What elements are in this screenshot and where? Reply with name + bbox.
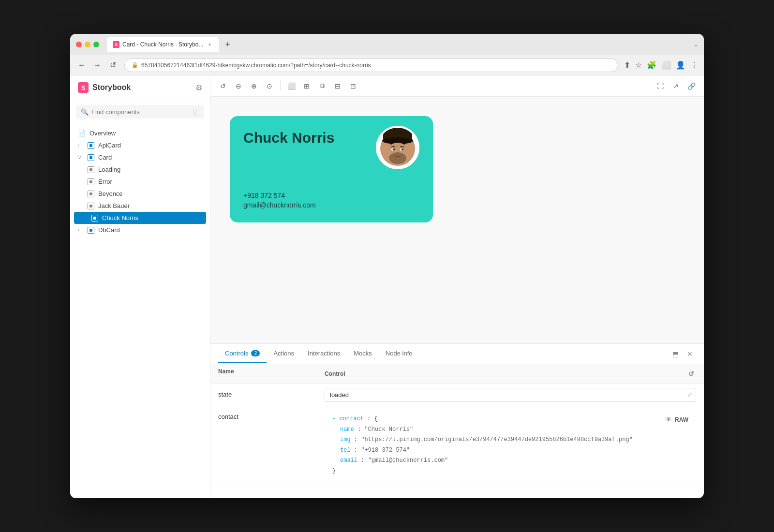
- browser-tab[interactable]: S Card - Chuck Norris · Storybo... ×: [107, 37, 219, 52]
- nav-buttons: ← → ↺: [76, 59, 119, 71]
- copy-button[interactable]: ⧉: [315, 79, 329, 93]
- contact-card: Chuck Norris: [230, 116, 433, 222]
- sidebar-item-apicard[interactable]: › ApiCard: [70, 139, 210, 151]
- sidebar-item-label: Card: [98, 154, 112, 161]
- maximize-button[interactable]: [93, 42, 99, 47]
- forward-button[interactable]: →: [91, 59, 103, 71]
- extensions-icon[interactable]: 🧩: [647, 60, 656, 70]
- layout-icon[interactable]: ⬒: [669, 348, 682, 360]
- table-row-contact: contact 👁 RAW - contact : { na: [210, 406, 704, 485]
- settings-icon[interactable]: ⚙: [195, 83, 202, 92]
- browser-window: S Card - Chuck Norris · Storybo... × + ⌄…: [70, 34, 704, 498]
- card-phone: +918 372 574: [243, 192, 419, 199]
- chevron-down-icon: ∨: [78, 155, 84, 160]
- table-header: Name Control ↺: [210, 364, 704, 384]
- address-bar: ← → ↺ 🔒 6578430567214463f1df4629-htkembg…: [70, 55, 704, 75]
- sidebar-item-label: Beyonce: [98, 190, 123, 197]
- grid-view-button[interactable]: ⊞: [300, 79, 313, 93]
- sidebar-item-loading[interactable]: Loading: [70, 163, 210, 176]
- tab-nodeinfo[interactable]: Node info: [379, 345, 419, 363]
- svg-point-11: [389, 152, 406, 164]
- story-icon: [88, 178, 94, 185]
- sidebar-item-label: Error: [98, 178, 112, 185]
- close-button[interactable]: [76, 42, 82, 47]
- sidebar-item-label: DbCard: [98, 226, 120, 234]
- json-line-img: img : "https://i.pinimg.com/originals/e3…: [332, 435, 688, 445]
- card-top: Chuck Norris: [230, 116, 433, 177]
- copy-link-button[interactable]: 🔗: [685, 79, 698, 93]
- eye-icon[interactable]: 👁: [665, 414, 672, 426]
- refresh-button[interactable]: ↺: [107, 59, 119, 71]
- toolbar-separator: [280, 81, 281, 91]
- sidebar-item-jackbauer[interactable]: Jack Bauer: [70, 200, 210, 212]
- right-panel: ↺ ⊖ ⊕ ⊙ ⬜ ⊞ ⧉ ⊟ ⊡ ⛶ ↗ 🔗: [210, 75, 704, 498]
- tab-bar: S Card - Chuck Norris · Storybo... × +: [107, 37, 690, 52]
- sidebar-title: Storybook: [92, 83, 131, 92]
- share-icon[interactable]: ⬆: [624, 60, 630, 70]
- minimize-button[interactable]: [85, 42, 90, 47]
- card-email: gmail@chucknorris.com: [243, 201, 419, 209]
- search-input[interactable]: [91, 108, 190, 116]
- raw-button[interactable]: RAW: [675, 415, 688, 426]
- zoom-reset-button[interactable]: ⊙: [263, 79, 276, 93]
- close-panel-button[interactable]: ✕: [684, 348, 696, 360]
- card-bottom: +918 372 574 gmail@chucknorris.com: [230, 192, 433, 222]
- new-tab-button[interactable]: +: [221, 38, 234, 51]
- panel-tab-actions: ⬒ ✕: [669, 348, 696, 360]
- main-content: S Storybook ⚙ 🔍 / 📄 Overview ›: [70, 75, 704, 498]
- bookmark-icon[interactable]: ☆: [635, 60, 642, 70]
- tab-label: Actions: [273, 350, 294, 357]
- chevron-right-icon: ›: [78, 143, 84, 148]
- sidebar-item-error[interactable]: Error: [70, 176, 210, 188]
- sidebar-item-beyonce[interactable]: Beyonce: [70, 188, 210, 200]
- tab-controls[interactable]: Controls 2: [218, 345, 267, 363]
- browser-actions: ⬆ ☆ 🧩 ⬜ 👤 ⋮: [624, 60, 698, 70]
- sidebar-item-chucknorris[interactable]: Chuck Norris: [74, 212, 206, 224]
- reading-mode-icon[interactable]: ⬜: [661, 60, 671, 70]
- tab-interactions[interactable]: Interactions: [301, 345, 347, 363]
- search-shortcut: /: [193, 108, 199, 116]
- tab-actions[interactable]: Actions: [267, 345, 301, 363]
- reset-button[interactable]: ↺: [686, 368, 696, 380]
- fullscreen-button[interactable]: ⛶: [654, 79, 667, 93]
- address-text: 6578430567214463f1df4629-htkembgskw.chro…: [141, 62, 371, 69]
- tab-title: Card - Chuck Norris · Storybo...: [122, 41, 203, 48]
- search-box[interactable]: 🔍 /: [76, 105, 204, 118]
- control-name-state: state: [218, 388, 325, 398]
- address-input[interactable]: 🔒 6578430567214463f1df4629-htkembgskw.ch…: [124, 59, 618, 72]
- sidebar-item-card[interactable]: ∨ Card: [70, 151, 210, 163]
- tab-mocks[interactable]: Mocks: [347, 345, 379, 363]
- sidebar-item-dbcard[interactable]: › DbCard: [70, 224, 210, 236]
- sidebar-header: S Storybook ⚙: [70, 75, 210, 100]
- menu-icon[interactable]: ⋮: [690, 60, 698, 70]
- story-icon: [91, 215, 98, 222]
- component-icon: [88, 142, 94, 149]
- tab-label: Node info: [386, 350, 413, 357]
- sidebar-item-overview[interactable]: 📄 Overview: [70, 127, 210, 139]
- json-line-tel: tel : "+918 372 574": [332, 445, 688, 456]
- tab-close-button[interactable]: ×: [206, 41, 213, 48]
- component-icon: [88, 154, 94, 161]
- tab-label: Interactions: [308, 350, 340, 357]
- state-input[interactable]: [325, 388, 696, 402]
- zoom-out-button[interactable]: ⊖: [232, 79, 245, 93]
- title-bar: S Card - Chuck Norris · Storybo... × + ⌄: [70, 34, 704, 55]
- open-new-button[interactable]: ↗: [669, 79, 683, 93]
- sidebar-item-label: Loading: [98, 166, 120, 173]
- sidebar-item-label: Overview: [89, 130, 116, 137]
- zoom-in-button[interactable]: ⊕: [247, 79, 261, 93]
- json-line-email: email : "gmail@chucknorris.com": [332, 456, 688, 466]
- json-close-brace: }: [332, 466, 688, 477]
- storybook-icon: S: [78, 82, 89, 93]
- back-button[interactable]: ←: [76, 59, 88, 71]
- controls-table: Name Control ↺ state ⤢: [210, 364, 704, 498]
- single-frame-button[interactable]: ⬜: [284, 79, 298, 93]
- profile-icon[interactable]: 👤: [676, 60, 685, 70]
- refresh-story-button[interactable]: ↺: [216, 79, 230, 93]
- sidebar-nav: 📄 Overview › ApiCard ∨ Card: [70, 123, 210, 498]
- title-bar-right: ⌄: [694, 42, 698, 48]
- sidebar-item-label: Chuck Norris: [102, 214, 138, 222]
- measure-button[interactable]: ⊟: [331, 79, 344, 93]
- story-toolbar: ↺ ⊖ ⊕ ⊙ ⬜ ⊞ ⧉ ⊟ ⊡ ⛶ ↗ 🔗: [210, 75, 704, 97]
- outline-button[interactable]: ⊡: [346, 79, 360, 93]
